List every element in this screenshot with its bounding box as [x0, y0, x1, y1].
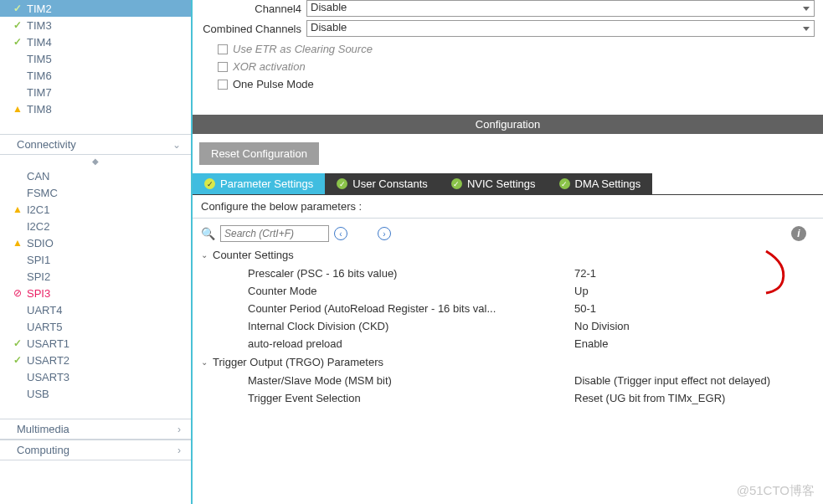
check-icon: ✓ [12, 3, 23, 14]
check-icon: ✓ [559, 178, 570, 189]
search-row: 🔍 ‹ › i [193, 219, 823, 245]
reset-configuration-button[interactable]: Reset Configuration [199, 142, 319, 165]
warn-icon: ▲ [12, 237, 23, 249]
tree-item-tim2[interactable]: ✓TIM2 [0, 0, 191, 17]
check-icon: ✓ [451, 178, 462, 189]
tree-item-tim3[interactable]: ✓TIM3 [0, 17, 191, 33]
tree-item-can[interactable]: CAN [0, 167, 191, 184]
tab-user-constants[interactable]: ✓User Constants [325, 173, 440, 194]
sidebar: ✓TIM2 ✓TIM3 ✓TIM4 TIM5 TIM6 TIM7 ▲TIM8 C… [0, 0, 193, 504]
tree-item-tim5[interactable]: TIM5 [0, 50, 191, 67]
tree-label: TIM2 [27, 3, 52, 15]
group-title: Trigger Output (TRGO) Parameters [213, 356, 383, 368]
chevron-down-icon: ⌄ [201, 357, 208, 367]
tree-label: FSMC [27, 187, 58, 199]
tree-item-uart5[interactable]: UART5 [0, 318, 191, 335]
tab-nvic-settings[interactable]: ✓NVIC Settings [440, 173, 548, 194]
check-icon: ✓ [204, 178, 215, 189]
section-connectivity[interactable]: Connectivity⌄ [0, 134, 191, 155]
param-value: No Division [574, 320, 630, 332]
tree-item-uart4[interactable]: UART4 [0, 301, 191, 318]
section-label: Connectivity [17, 138, 76, 151]
tree-label: SPI1 [27, 254, 50, 266]
param-name: Counter Period (AutoReload Register - 16… [248, 302, 574, 315]
deny-icon: ⊘ [12, 287, 23, 299]
tree-item-usart1[interactable]: ✓USART1 [0, 335, 191, 352]
tree-label: USART2 [27, 354, 69, 367]
param-row[interactable]: Prescaler (PSC - 16 bits value)72-1 [201, 265, 815, 282]
tree-label: CAN [27, 170, 49, 183]
tree-label: I2C1 [27, 203, 49, 216]
tree-item-usart2[interactable]: ✓USART2 [0, 352, 191, 368]
param-row[interactable]: auto-reload preloadEnable [201, 335, 815, 352]
param-value: Up [574, 285, 589, 297]
etr-label: Use ETR as Clearing Source [233, 43, 373, 55]
param-name: Internal Clock Division (CKD) [248, 320, 574, 332]
sort-icon[interactable]: ◆ [0, 155, 191, 167]
param-row[interactable]: Counter Period (AutoReload Register - 16… [201, 300, 815, 317]
onepulse-checkbox-row: One Pulse Mode [201, 75, 815, 93]
tree-item-spi3[interactable]: ⊘SPI3 [0, 285, 191, 301]
channel4-label: Channel4 [201, 3, 306, 15]
section-multimedia[interactable]: Multimedia› [0, 419, 191, 440]
configure-hint: Configure the below parameters : [193, 195, 823, 219]
tab-parameter-settings[interactable]: ✓Parameter Settings [193, 173, 325, 194]
tree-item-tim8[interactable]: ▲TIM8 [0, 100, 191, 117]
channel4-row: Channel4 Disable [201, 0, 815, 17]
prev-result-icon[interactable]: ‹ [334, 227, 347, 240]
tab-label: Parameter Settings [220, 177, 313, 190]
param-row[interactable]: Internal Clock Division (CKD)No Division [201, 317, 815, 335]
param-row[interactable]: Counter ModeUp [201, 282, 815, 300]
tree-item-spi1[interactable]: SPI1 [0, 251, 191, 268]
tree-label: SDIO [27, 237, 54, 249]
param-name: Prescaler (PSC - 16 bits value) [248, 267, 574, 280]
check-icon: ✓ [12, 36, 23, 48]
tab-dma-settings[interactable]: ✓DMA Settings [548, 173, 653, 194]
tree-item-tim6[interactable]: TIM6 [0, 67, 191, 84]
channel4-select[interactable]: Disable [306, 0, 815, 17]
tree-item-usart3[interactable]: USART3 [0, 368, 191, 385]
checkbox-icon[interactable] [218, 44, 228, 54]
tree-label: SPI3 [27, 287, 50, 300]
tree-label: SPI2 [27, 270, 50, 283]
tree-item-spi2[interactable]: SPI2 [0, 268, 191, 285]
checkbox-icon[interactable] [218, 80, 228, 90]
tree-item-tim7[interactable]: TIM7 [0, 84, 191, 100]
tree-label: I2C2 [27, 220, 49, 233]
tree-label: UART5 [27, 321, 62, 333]
xor-label: XOR activation [233, 60, 306, 73]
combined-select[interactable]: Disable [306, 20, 815, 37]
tree-item-tim4[interactable]: ✓TIM4 [0, 33, 191, 50]
group-trigger-output[interactable]: ⌄Trigger Output (TRGO) Parameters [201, 352, 815, 372]
check-icon: ✓ [12, 354, 23, 366]
search-icon[interactable]: 🔍 [201, 227, 215, 240]
chevron-down-icon: ⌄ [172, 139, 181, 151]
xor-checkbox-row: XOR activation [201, 58, 815, 75]
tree-label: TIM7 [27, 86, 52, 99]
info-icon[interactable]: i [791, 226, 806, 241]
param-row[interactable]: Master/Slave Mode (MSM bit)Disable (Trig… [201, 372, 815, 389]
tree-item-i2c2[interactable]: I2C2 [0, 218, 191, 234]
tree-label: USB [27, 388, 49, 400]
watermark: @51CTO博客 [737, 483, 815, 499]
group-counter-settings[interactable]: ⌄Counter Settings [201, 245, 815, 265]
checkbox-icon[interactable] [218, 62, 228, 72]
tree-item-sdio[interactable]: ▲SDIO [0, 234, 191, 251]
param-row[interactable]: Trigger Event SelectionReset (UG bit fro… [201, 389, 815, 407]
check-icon: ✓ [12, 19, 23, 31]
main-panel: Channel4 Disable Combined Channels Disab… [193, 0, 823, 504]
param-name: Master/Slave Mode (MSM bit) [248, 374, 574, 387]
tree-item-fsmc[interactable]: FSMC [0, 184, 191, 201]
combined-label: Combined Channels [201, 23, 306, 35]
tree-item-i2c1[interactable]: ▲I2C1 [0, 201, 191, 218]
next-result-icon[interactable]: › [378, 227, 391, 240]
param-name: auto-reload preload [248, 337, 574, 350]
warn-icon: ▲ [12, 103, 23, 115]
tree-label: TIM5 [27, 53, 52, 65]
param-value: Reset (UG bit from TIMx_EGR) [574, 392, 725, 404]
search-input[interactable] [220, 225, 329, 242]
tree-label: USART3 [27, 371, 69, 383]
warn-icon: ▲ [12, 203, 23, 215]
section-computing[interactable]: Computing› [0, 440, 191, 460]
tree-item-usb[interactable]: USB [0, 385, 191, 402]
